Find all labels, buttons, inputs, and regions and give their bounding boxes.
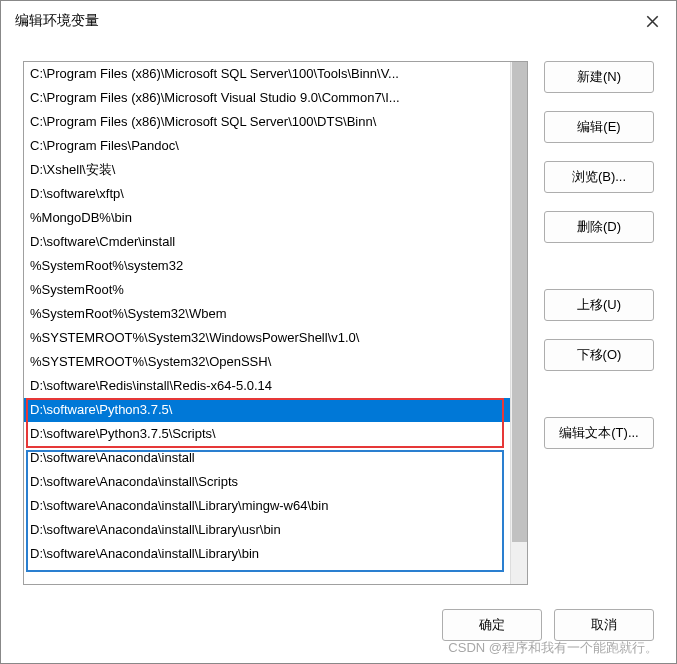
path-list-container: C:\Program Files (x86)\Microsoft SQL Ser…: [23, 61, 528, 585]
list-item[interactable]: D:\software\Anaconda\install\Scripts: [24, 470, 527, 494]
list-item[interactable]: %SystemRoot%\system32: [24, 254, 527, 278]
list-item[interactable]: %SYSTEMROOT%\System32\WindowsPowerShell\…: [24, 326, 527, 350]
list-item[interactable]: D:\software\Redis\install\Redis-x64-5.0.…: [24, 374, 527, 398]
cancel-button[interactable]: 取消: [554, 609, 654, 641]
footer: 确定 取消: [1, 591, 676, 663]
scrollbar-thumb[interactable]: [512, 62, 527, 542]
list-item[interactable]: C:\Program Files (x86)\Microsoft Visual …: [24, 86, 527, 110]
list-item[interactable]: C:\Program Files (x86)\Microsoft SQL Ser…: [24, 110, 527, 134]
list-item[interactable]: C:\Program Files (x86)\Microsoft SQL Ser…: [24, 62, 527, 86]
list-item[interactable]: D:\software\Python3.7.5\Scripts\: [24, 422, 527, 446]
move-down-button[interactable]: 下移(O): [544, 339, 654, 371]
list-item[interactable]: %SystemRoot%\System32\Wbem: [24, 302, 527, 326]
list-item[interactable]: C:\Program Files\Pandoc\: [24, 134, 527, 158]
list-item[interactable]: %SYSTEMROOT%\System32\OpenSSH\: [24, 350, 527, 374]
edit-button[interactable]: 编辑(E): [544, 111, 654, 143]
list-item[interactable]: D:\software\Anaconda\install\Library\min…: [24, 494, 527, 518]
list-item[interactable]: D:\software\xftp\: [24, 182, 527, 206]
list-item[interactable]: %MongoDB%\bin: [24, 206, 527, 230]
path-list[interactable]: C:\Program Files (x86)\Microsoft SQL Ser…: [24, 62, 527, 566]
ok-button[interactable]: 确定: [442, 609, 542, 641]
move-up-button[interactable]: 上移(U): [544, 289, 654, 321]
edit-text-button[interactable]: 编辑文本(T)...: [544, 417, 654, 449]
vertical-scrollbar[interactable]: [510, 62, 527, 584]
list-item[interactable]: D:\software\Anaconda\install\Library\usr…: [24, 518, 527, 542]
titlebar: 编辑环境变量: [1, 1, 676, 41]
close-button[interactable]: [640, 9, 664, 33]
button-column: 新建(N) 编辑(E) 浏览(B)... 删除(D) 上移(U) 下移(O) 编…: [544, 61, 654, 591]
list-item[interactable]: D:\software\Cmder\install: [24, 230, 527, 254]
content-area: C:\Program Files (x86)\Microsoft SQL Ser…: [1, 41, 676, 591]
list-item[interactable]: D:\software\Anaconda\install: [24, 446, 527, 470]
new-button[interactable]: 新建(N): [544, 61, 654, 93]
env-var-dialog: 编辑环境变量 C:\Program Files (x86)\Microsoft …: [0, 0, 677, 664]
delete-button[interactable]: 删除(D): [544, 211, 654, 243]
dialog-title: 编辑环境变量: [15, 12, 99, 30]
browse-button[interactable]: 浏览(B)...: [544, 161, 654, 193]
list-item[interactable]: D:\software\Anaconda\install\Library\bin: [24, 542, 527, 566]
list-item[interactable]: D:\Xshell\安装\: [24, 158, 527, 182]
list-item[interactable]: %SystemRoot%: [24, 278, 527, 302]
list-item[interactable]: D:\software\Python3.7.5\: [24, 398, 527, 422]
close-icon: [646, 15, 659, 28]
